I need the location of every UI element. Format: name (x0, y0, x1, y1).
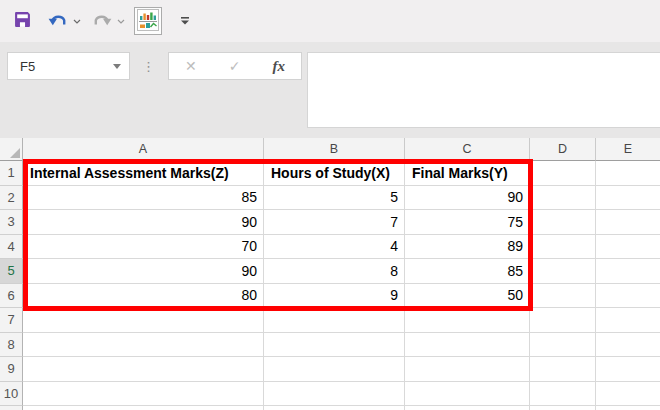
quick-access-toolbar (0, 0, 660, 42)
cell-A7[interactable] (23, 308, 264, 333)
cell-B10[interactable] (264, 382, 405, 407)
undo-dropdown-icon[interactable] (71, 6, 83, 36)
column-header-B[interactable]: B (264, 138, 405, 161)
cell-D2[interactable] (530, 186, 596, 211)
row-header-8[interactable]: 8 (0, 333, 23, 358)
cell-D11[interactable] (530, 406, 596, 410)
row-header-3[interactable]: 3 (0, 210, 23, 235)
cell-B11[interactable] (264, 406, 405, 410)
cell-E5[interactable] (596, 259, 660, 284)
cell-E10[interactable] (596, 382, 660, 407)
table-row: 2 85 5 90 (0, 186, 660, 211)
cell-C10[interactable] (405, 382, 530, 407)
cell-E6[interactable] (596, 284, 660, 309)
cell-C8[interactable] (405, 333, 530, 358)
column-header-row: A B C D E (0, 138, 660, 161)
cell-B6[interactable]: 9 (264, 284, 405, 309)
cell-E11[interactable] (596, 406, 660, 410)
row-header-4[interactable]: 4 (0, 235, 23, 260)
cell-E8[interactable] (596, 333, 660, 358)
cell-C1[interactable]: Final Marks(Y) (405, 161, 530, 186)
cell-B1[interactable]: Hours of Study(X) (264, 161, 405, 186)
column-header-E[interactable]: E (596, 138, 660, 161)
cell-A5[interactable]: 90 (23, 259, 264, 284)
cell-D8[interactable] (530, 333, 596, 358)
undo-button[interactable] (45, 6, 71, 36)
save-icon (14, 11, 31, 31)
cell-D5[interactable] (530, 259, 596, 284)
cell-C2[interactable]: 90 (405, 186, 530, 211)
cell-E2[interactable] (596, 186, 660, 211)
cell-A2[interactable]: 85 (23, 186, 264, 211)
cell-D10[interactable] (530, 382, 596, 407)
cell-A6[interactable]: 80 (23, 284, 264, 309)
save-button[interactable] (9, 6, 35, 36)
row-header-11[interactable]: 11 (0, 406, 23, 410)
select-all-corner[interactable] (0, 138, 23, 161)
table-row: 5 90 8 85 (0, 259, 660, 284)
cell-B5[interactable]: 8 (264, 259, 405, 284)
name-box-dropdown-icon (113, 64, 121, 69)
cell-C7[interactable] (405, 308, 530, 333)
cell-A1[interactable]: Internal Assessment Marks(Z) (23, 161, 264, 186)
table-row: 10 (0, 382, 660, 407)
chart-button[interactable] (134, 7, 162, 35)
redo-button[interactable] (89, 6, 115, 36)
insert-function-icon[interactable]: fx (272, 58, 285, 75)
formula-input[interactable] (307, 52, 660, 128)
cell-C5[interactable]: 85 (405, 259, 530, 284)
cell-D4[interactable] (530, 235, 596, 260)
cell-D3[interactable] (530, 210, 596, 235)
cell-C6[interactable]: 50 (405, 284, 530, 309)
name-box-value: F5 (8, 59, 113, 74)
column-header-C[interactable]: C (405, 138, 530, 161)
cell-E9[interactable] (596, 357, 660, 382)
row-header-1[interactable]: 1 (0, 161, 23, 186)
row-header-10[interactable]: 10 (0, 382, 23, 407)
cell-A4[interactable]: 70 (23, 235, 264, 260)
column-header-D[interactable]: D (530, 138, 596, 161)
cell-C9[interactable] (405, 357, 530, 382)
row-header-6[interactable]: 6 (0, 284, 23, 309)
cell-E4[interactable] (596, 235, 660, 260)
table-row: 3 90 7 75 (0, 210, 660, 235)
customize-qat-icon[interactable] (176, 6, 194, 36)
cell-A8[interactable] (23, 333, 264, 358)
row-header-7[interactable]: 7 (0, 308, 23, 333)
cell-A10[interactable] (23, 382, 264, 407)
redo-dropdown-icon[interactable] (115, 6, 127, 36)
cell-B8[interactable] (264, 333, 405, 358)
cell-C3[interactable]: 75 (405, 210, 530, 235)
formula-bar-buttons: ✕ ✓ fx (168, 52, 302, 80)
cell-C4[interactable]: 89 (405, 235, 530, 260)
cell-D1[interactable] (530, 161, 596, 186)
cell-A9[interactable] (23, 357, 264, 382)
cell-A3[interactable]: 90 (23, 210, 264, 235)
name-box[interactable]: F5 (7, 52, 130, 80)
cell-C11[interactable] (405, 406, 530, 410)
cell-B4[interactable]: 4 (264, 235, 405, 260)
cell-B7[interactable] (264, 308, 405, 333)
redo-icon (92, 12, 112, 31)
cell-D6[interactable] (530, 284, 596, 309)
cell-B2[interactable]: 5 (264, 186, 405, 211)
table-row: 8 (0, 333, 660, 358)
cell-D7[interactable] (530, 308, 596, 333)
cell-B9[interactable] (264, 357, 405, 382)
enter-icon[interactable]: ✓ (229, 58, 241, 74)
row-header-5[interactable]: 5 (0, 259, 23, 284)
cell-B3[interactable]: 7 (264, 210, 405, 235)
excel-window: F5 ⋮ ✕ ✓ fx A B C D E 1 Internal Assessm… (0, 0, 660, 410)
formula-bar-drag-handle[interactable]: ⋮ (142, 52, 155, 80)
row-header-9[interactable]: 9 (0, 357, 23, 382)
cell-E1[interactable] (596, 161, 660, 186)
cell-A11[interactable] (23, 406, 264, 410)
column-header-A[interactable]: A (23, 138, 264, 161)
cancel-icon[interactable]: ✕ (185, 58, 197, 74)
row-header-2[interactable]: 2 (0, 186, 23, 211)
cell-D9[interactable] (530, 357, 596, 382)
cell-E3[interactable] (596, 210, 660, 235)
cell-E7[interactable] (596, 308, 660, 333)
table-row: 1 Internal Assessment Marks(Z) Hours of … (0, 161, 660, 186)
table-row: 6 80 9 50 (0, 284, 660, 309)
